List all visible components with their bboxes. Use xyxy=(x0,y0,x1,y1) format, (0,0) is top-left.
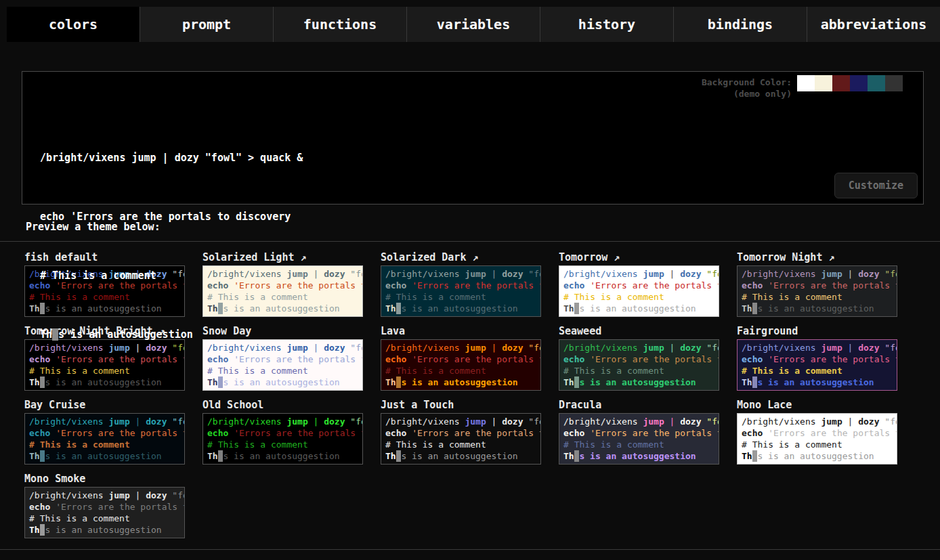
theme-sample-box: /bright/vixens jump | dozy "fowl" > quac… xyxy=(24,413,185,465)
theme-sample-line: /bright/vixens jump | dozy "fowl" > quac… xyxy=(563,416,714,427)
theme-card-mono-smoke[interactable]: Mono Smoke/bright/vixens jump | dozy "fo… xyxy=(24,473,185,538)
background-color-label-line1: Background Color: xyxy=(702,77,792,88)
theme-sample-line: /bright/vixens jump | dozy "fowl" > quac… xyxy=(742,416,893,427)
theme-sample-line: echo 'Errors are the portals to discover… xyxy=(29,427,180,439)
sample-terminal-text: /bright/vixens jump | dozy "fowl" > quac… xyxy=(22,72,923,384)
tab-prompt[interactable]: prompt xyxy=(140,7,274,42)
theme-sample-line: This is an autosuggestion xyxy=(563,450,714,462)
theme-card-mono-lace[interactable]: Mono Lace/bright/vixens jump | dozy "fow… xyxy=(737,399,897,465)
theme-title: Old School xyxy=(202,399,363,411)
cursor-block: i xyxy=(52,328,58,341)
theme-sample-box: /bright/vixens jump | dozy "fowl" > quac… xyxy=(202,413,363,465)
preview-line-comment: # This is a comment xyxy=(40,266,923,286)
theme-sample-line: echo 'Errors are the portals to discover… xyxy=(385,427,536,439)
theme-sample-line: # This is a comment xyxy=(207,439,358,450)
theme-sample-line: # This is a comment xyxy=(385,439,536,450)
theme-sample-line: /bright/vixens jump | dozy "fowl" > quac… xyxy=(29,416,180,427)
theme-sample-line: # This is a comment xyxy=(29,439,180,450)
background-color-controls: Background Color: (demo only) xyxy=(702,75,920,100)
background-color-label-line2: (demo only) xyxy=(702,88,792,100)
theme-sample-line: /bright/vixens jump | dozy "fowl" > quac… xyxy=(207,416,358,427)
theme-title: Mono Smoke xyxy=(24,473,185,485)
theme-sample-line: /bright/vixens jump | dozy "fowl" > quac… xyxy=(29,490,180,501)
theme-sample-line: /bright/vixens jump | dozy "fowl" > quac… xyxy=(385,416,536,427)
theme-sample-line: echo 'Errors are the portals to discover… xyxy=(207,427,358,439)
theme-card-just-a-touch[interactable]: Just a Touch/bright/vixens jump | dozy "… xyxy=(381,399,541,465)
preview-line-command: /bright/vixens jump | dozy "fowl" > quac… xyxy=(40,148,923,168)
theme-sample-box: /bright/vixens jump | dozy "fowl" > quac… xyxy=(559,413,719,465)
theme-sample-line: # This is a comment xyxy=(563,439,714,450)
tab-variables[interactable]: variables xyxy=(407,7,540,42)
tab-abbreviations[interactable]: abbreviations xyxy=(807,7,940,42)
bg-swatch-5[interactable] xyxy=(885,75,903,91)
theme-sample-box: /bright/vixens jump | dozy "fowl" > quac… xyxy=(737,413,897,465)
tab-bar: colorspromptfunctionsvariableshistorybin… xyxy=(0,0,940,42)
preview-line-autosuggestion: This is an autosuggestion xyxy=(40,325,923,345)
tab-history[interactable]: history xyxy=(540,7,674,42)
theme-card-dracula[interactable]: Dracula/bright/vixens jump | dozy "fowl"… xyxy=(559,399,719,465)
bg-swatch-3[interactable] xyxy=(850,75,868,91)
color-preview-panel: Background Color: (demo only) /bright/vi… xyxy=(22,71,924,204)
customize-button[interactable]: Customize xyxy=(834,173,918,198)
tab-bindings[interactable]: bindings xyxy=(674,7,807,42)
theme-sample-line: echo 'Errors are the portals to discover… xyxy=(742,427,893,439)
theme-card-bay-cruise[interactable]: Bay Cruise/bright/vixens jump | dozy "fo… xyxy=(24,399,185,465)
typed-text: Th xyxy=(40,328,52,341)
bg-swatch-6[interactable] xyxy=(903,75,920,91)
theme-sample-line: This is an autosuggestion xyxy=(385,450,536,462)
theme-sample-box: /bright/vixens jump | dozy "fowl" > quac… xyxy=(381,413,541,465)
tab-functions[interactable]: functions xyxy=(274,7,407,42)
theme-sample-line: This is an autosuggestion xyxy=(29,524,180,536)
theme-sample-line: This is an autosuggestion xyxy=(29,450,180,462)
theme-sample-line: This is an autosuggestion xyxy=(207,450,358,462)
theme-sample-line: This is an autosuggestion xyxy=(742,450,893,462)
tab-colors[interactable]: colors xyxy=(7,7,140,42)
autosuggestion-text: s is an autosuggestion xyxy=(58,328,193,341)
theme-title: Just a Touch xyxy=(381,399,541,411)
bg-swatch-2[interactable] xyxy=(832,75,850,91)
preview-line-error: echo 'Errors are the portals to discover… xyxy=(40,207,923,227)
theme-card-old-school[interactable]: Old School/bright/vixens jump | dozy "fo… xyxy=(202,399,363,465)
theme-title: Mono Lace xyxy=(737,399,897,411)
theme-sample-box: /bright/vixens jump | dozy "fowl" > quac… xyxy=(24,487,185,538)
bg-swatches xyxy=(797,75,920,91)
theme-sample-line: echo 'Errors are the portals to discover… xyxy=(29,501,180,513)
bg-swatch-4[interactable] xyxy=(868,75,885,91)
theme-title: Dracula xyxy=(559,399,719,411)
theme-sample-line: # This is a comment xyxy=(742,439,893,450)
bg-swatch-1[interactable] xyxy=(815,75,832,91)
bottom-divider xyxy=(0,549,940,550)
bg-swatch-0[interactable] xyxy=(797,75,815,91)
theme-title: Bay Cruise xyxy=(24,399,185,411)
theme-sample-line: echo 'Errors are the portals to discover… xyxy=(563,427,714,439)
theme-sample-line: # This is a comment xyxy=(29,513,180,524)
background-color-label: Background Color: (demo only) xyxy=(702,75,792,100)
